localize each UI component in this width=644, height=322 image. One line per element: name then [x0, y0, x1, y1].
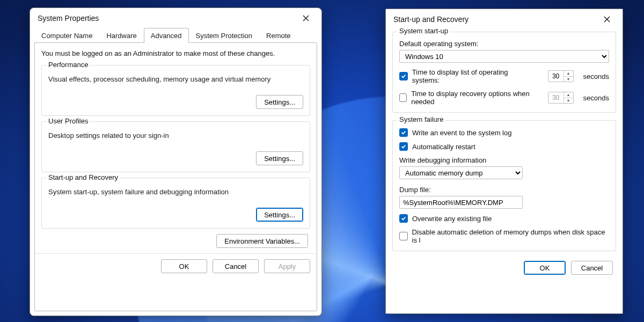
startup-recovery-desc: System start-up, system failure and debu…	[48, 188, 303, 196]
tab-remote[interactable]: Remote	[259, 28, 298, 43]
close-icon	[303, 15, 309, 21]
spinner-down-icon[interactable]: ▼	[564, 98, 573, 104]
time-list-checkbox[interactable]	[399, 72, 408, 80]
write-debug-select[interactable]: Automatic memory dump	[399, 166, 523, 179]
dump-file-input[interactable]	[399, 196, 523, 209]
performance-desc: Visual effects, processor scheduling, me…	[48, 75, 303, 83]
apply-button[interactable]: Apply	[264, 259, 310, 273]
close-button[interactable]	[298, 10, 314, 26]
spinner-down-icon[interactable]: ▼	[564, 77, 573, 82]
time-recovery-row: Time to display recovery options when ne…	[399, 90, 609, 106]
tab-hardware[interactable]: Hardware	[99, 28, 143, 43]
startup-recovery-window: Start-up and Recovery System start-up De…	[385, 9, 623, 314]
system-failure-group: System failure Write an event to the sys…	[392, 120, 616, 251]
auto-restart-row: Automatically restart	[399, 142, 609, 151]
auto-restart-checkbox[interactable]	[399, 142, 408, 151]
performance-settings-button[interactable]: Settings...	[256, 95, 303, 109]
time-recovery-spinner[interactable]: ▲▼	[548, 92, 574, 104]
tabstrip: Computer Name Hardware Advanced System P…	[30, 27, 321, 42]
advanced-tab-panel: You must be logged on as an Administrato…	[34, 42, 317, 311]
startup-recovery-legend: Start-up and Recovery	[46, 173, 120, 181]
system-failure-legend: System failure	[397, 115, 445, 123]
system-properties-window: System Properties Computer Name Hardware…	[30, 8, 322, 316]
ok-button[interactable]: OK	[161, 259, 207, 273]
ok-button[interactable]: OK	[524, 261, 566, 275]
cancel-button[interactable]: Cancel	[213, 259, 259, 273]
spinner-up-icon[interactable]: ▲	[564, 71, 573, 77]
environment-variables-button[interactable]: Environment Variables...	[216, 234, 308, 248]
overwrite-label: Overwrite any existing file	[412, 215, 492, 223]
tab-computer-name[interactable]: Computer Name	[34, 28, 99, 43]
write-event-label: Write an event to the system log	[412, 129, 511, 137]
user-profiles-legend: User Profiles	[46, 117, 90, 125]
spinner-up-icon[interactable]: ▲	[564, 92, 573, 98]
user-profiles-desc: Desktop settings related to your sign-in	[48, 131, 303, 140]
performance-legend: Performance	[46, 61, 90, 69]
window-title: Start-up and Recovery	[393, 15, 469, 24]
user-profiles-settings-button[interactable]: Settings...	[256, 151, 303, 165]
time-list-row: Time to display list of operating system…	[399, 68, 609, 84]
startup-recovery-group: Start-up and Recovery System start-up, s…	[41, 178, 310, 229]
overwrite-row: Overwrite any existing file	[399, 214, 609, 223]
tab-advanced[interactable]: Advanced	[144, 28, 189, 43]
close-button[interactable]	[599, 11, 615, 27]
time-list-label: Time to display list of operating system…	[412, 68, 536, 84]
dump-file-label: Dump file:	[399, 186, 609, 194]
time-recovery-label: Time to display recovery options when ne…	[411, 90, 536, 106]
default-os-label: Default operating system:	[399, 40, 609, 48]
disable-auto-delete-checkbox[interactable]	[399, 232, 408, 240]
dialog-footer: OK Cancel Apply	[35, 253, 317, 273]
startup-recovery-settings-button[interactable]: Settings...	[256, 208, 303, 222]
admin-notice: You must be logged on as an Administrato…	[41, 48, 310, 60]
performance-group: Performance Visual effects, processor sc…	[41, 65, 310, 116]
cancel-button[interactable]: Cancel	[571, 261, 613, 275]
time-list-unit: seconds	[583, 72, 609, 80]
disable-auto-delete-row: Disable automatic deletion of memory dum…	[399, 228, 609, 244]
time-list-spinner[interactable]: ▲▼	[548, 70, 574, 82]
auto-restart-label: Automatically restart	[412, 143, 475, 151]
dialog-footer: OK Cancel	[386, 259, 623, 281]
disable-auto-delete-label: Disable automatic deletion of memory dum…	[412, 228, 609, 244]
close-icon	[604, 16, 610, 23]
titlebar: System Properties	[30, 8, 321, 28]
write-event-row: Write an event to the system log	[399, 128, 609, 137]
default-os-select[interactable]: Windows 10	[399, 50, 609, 63]
system-startup-legend: System start-up	[397, 27, 450, 35]
user-profiles-group: User Profiles Desktop settings related t…	[41, 121, 310, 172]
time-recovery-checkbox[interactable]	[399, 93, 407, 102]
time-recovery-unit: seconds	[583, 94, 609, 102]
time-recovery-value[interactable]	[548, 92, 564, 103]
window-title: System Properties	[38, 14, 99, 23]
time-list-value[interactable]	[548, 71, 564, 82]
overwrite-checkbox[interactable]	[399, 214, 408, 223]
tab-system-protection[interactable]: System Protection	[189, 28, 260, 43]
write-event-checkbox[interactable]	[399, 128, 408, 137]
system-startup-group: System start-up Default operating system…	[392, 32, 616, 113]
write-debug-label: Write debugging information	[399, 156, 609, 164]
